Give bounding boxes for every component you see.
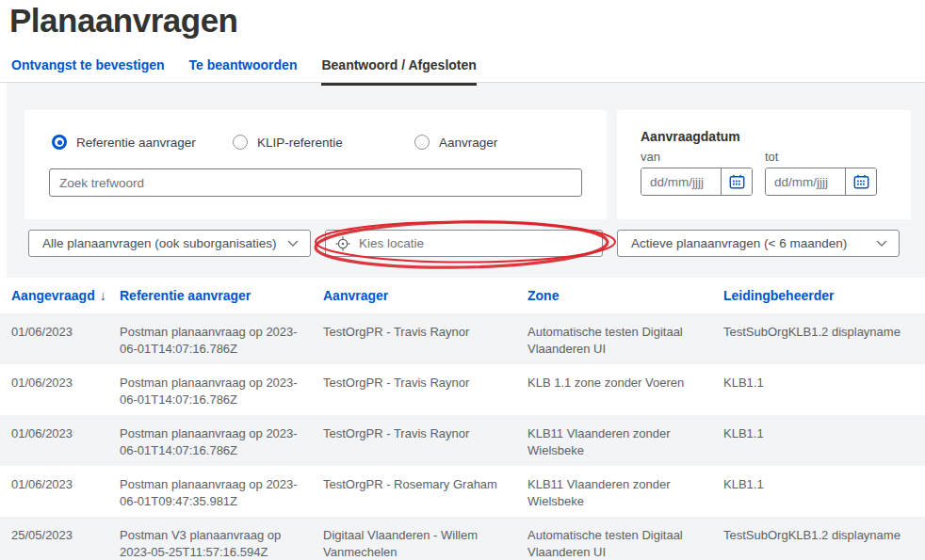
search-filter-panel: [24, 110, 607, 219]
cell-zone: KLB11 Vlaanderen zonder Wielsbeke: [527, 425, 723, 458]
cell-leidingbeheerder: TestSubOrgKLB1.2 displayname: [723, 324, 925, 357]
cell-zone: Automatische testen Digitaal Vlaanderen …: [527, 324, 723, 357]
cell-aanvrager: Digitaal Vlaanderen - Willem Vanmechelen: [323, 527, 527, 560]
radio-aanvrager[interactable]: Aanvrager: [414, 135, 497, 150]
date-to-input[interactable]: [766, 168, 845, 195]
cell-aanvrager: TestOrgPR - Rosemary Graham: [323, 476, 527, 509]
location-picker-placeholder: Kies locatie: [359, 236, 424, 250]
cell-zone: KLB 1.1 zone zonder Voeren: [527, 375, 723, 408]
status-filter-dropdown[interactable]: Actieve planaanvragen (< 6 maanden): [617, 230, 900, 257]
radio-unselected-icon: [414, 135, 430, 150]
table-row[interactable]: 01/06/2023 Postman planaanvraag op 2023-…: [0, 313, 925, 364]
org-filter-dropdown[interactable]: Alle planaanvragen (ook suborganisaties): [28, 230, 311, 257]
radio-klip-referentie[interactable]: KLIP-referentie: [233, 135, 343, 150]
date-filter-title: Aanvraagdatum: [641, 129, 740, 144]
col-header-aangevraagd[interactable]: Aangevraagd↓: [11, 288, 120, 303]
cell-referentie: Postman planaanvraag op 2023-06-01T09:47…: [120, 476, 323, 509]
table-row[interactable]: 01/06/2023 Postman planaanvraag op 2023-…: [0, 364, 925, 415]
date-from-input[interactable]: [641, 168, 721, 195]
table-row[interactable]: 01/06/2023 Postman planaanvraag op 2023-…: [0, 466, 925, 517]
radio-label: Referentie aanvrager: [76, 136, 196, 150]
cell-aangevraagd: 01/06/2023: [11, 425, 120, 458]
cell-referentie: Postman V3 planaanvraag op 2023-05-25T11…: [120, 527, 323, 560]
date-to-calendar-button[interactable]: [845, 168, 876, 195]
date-filter-panel: [617, 110, 911, 219]
cell-aangevraagd: 01/06/2023: [11, 476, 120, 509]
calendar-icon: [853, 174, 869, 189]
search-input[interactable]: [49, 168, 582, 197]
org-filter-value: Alle planaanvragen (ook suborganisaties): [42, 236, 276, 250]
cell-zone: KLB11 Vlaanderen zonder Wielsbeke: [527, 476, 723, 509]
cell-aanvrager: TestOrgPR - Travis Raynor: [323, 324, 527, 357]
date-from-label: van: [641, 150, 660, 164]
radio-label: Aanvrager: [439, 136, 497, 150]
cell-zone: Automatische testen Digitaal Vlaanderen …: [527, 527, 723, 560]
radio-referentie-aanvrager[interactable]: Referentie aanvrager: [52, 135, 196, 150]
date-to-label: tot: [765, 150, 778, 164]
calendar-icon: [729, 174, 745, 189]
cell-referentie: Postman planaanvraag op 2023-06-01T14:07…: [120, 425, 323, 458]
cell-leidingbeheerder: TestSubOrgKLB1.2 displayname: [723, 527, 925, 560]
col-header-referentie-aanvrager[interactable]: Referentie aanvrager: [120, 288, 323, 303]
date-from-field: [641, 168, 753, 196]
tab-ontvangst-te-bevestigen[interactable]: Ontvangst te bevestigen: [11, 57, 165, 86]
col-header-zone[interactable]: Zone: [527, 288, 723, 303]
cell-leidingbeheerder: KLB1.1: [723, 375, 925, 408]
col-header-aanvrager[interactable]: Aanvrager: [323, 288, 527, 303]
cell-aangevraagd: 01/06/2023: [11, 324, 120, 357]
status-filter-value: Actieve planaanvragen (< 6 maanden): [631, 236, 847, 250]
location-target-icon: [335, 236, 350, 251]
cell-aangevraagd: 01/06/2023: [11, 375, 120, 408]
sort-descending-icon[interactable]: ↓: [100, 288, 106, 303]
date-from-calendar-button[interactable]: [721, 168, 752, 195]
cell-aanvrager: TestOrgPR - Travis Raynor: [323, 425, 527, 458]
table-header-row: Aangevraagd↓ Referentie aanvrager Aanvra…: [0, 278, 925, 313]
table-row[interactable]: 01/06/2023 Postman planaanvraag op 2023-…: [0, 415, 925, 466]
col-header-label: Aangevraagd: [11, 288, 95, 303]
cell-leidingbeheerder: KLB1.1: [723, 476, 925, 509]
planaanvragen-page: Planaanvragen Ontvangst te bevestigen Te…: [0, 0, 925, 560]
chevron-down-icon: [876, 240, 887, 247]
tab-te-beantwoorden[interactable]: Te beantwoorden: [189, 57, 298, 86]
radio-label: KLIP-referentie: [257, 136, 343, 150]
cell-aanvrager: TestOrgPR - Travis Raynor: [323, 375, 527, 408]
col-header-leidingbeheerder[interactable]: Leidingbeheerder: [723, 288, 925, 303]
cell-referentie: Postman planaanvraag op 2023-06-01T14:07…: [120, 324, 323, 357]
table-body: 01/06/2023 Postman planaanvraag op 2023-…: [0, 313, 925, 560]
page-title: Planaanvragen: [9, 2, 238, 40]
tab-beantwoord-afgesloten[interactable]: Beantwoord / Afgesloten: [321, 57, 476, 86]
chevron-down-icon: [287, 240, 299, 247]
cell-leidingbeheerder: KLB1.1: [723, 425, 925, 458]
tab-bar: Ontvangst te bevestigen Te beantwoorden …: [11, 57, 477, 86]
table-row[interactable]: 25/05/2023 Postman V3 planaanvraag op 20…: [0, 517, 925, 560]
radio-selected-icon: [52, 135, 67, 150]
radio-unselected-icon: [233, 135, 248, 150]
cell-aangevraagd: 25/05/2023: [11, 527, 120, 560]
cell-referentie: Postman planaanvraag op 2023-06-01T14:07…: [120, 375, 323, 408]
date-to-field: [765, 168, 877, 196]
location-picker[interactable]: Kies locatie: [325, 230, 603, 257]
